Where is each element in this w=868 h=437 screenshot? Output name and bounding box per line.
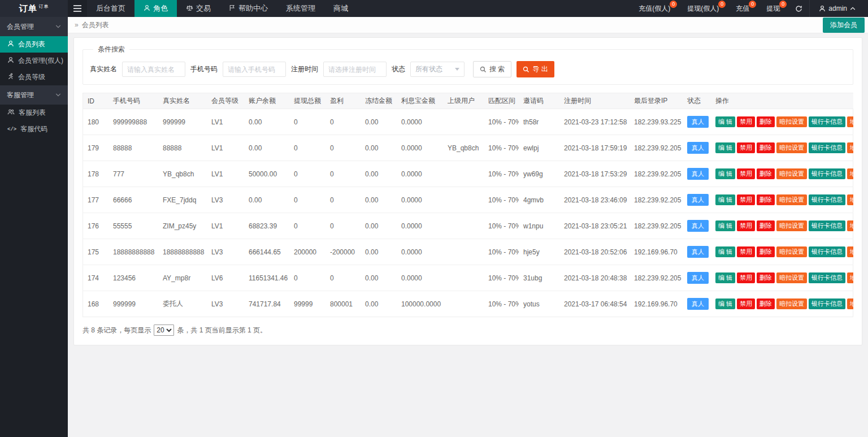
- op-address-info-button[interactable]: 地址信息: [847, 116, 853, 127]
- op-edit-button[interactable]: 编 辑: [715, 168, 735, 179]
- status-badge[interactable]: 真人: [687, 142, 709, 154]
- status-select[interactable]: 所有状态: [410, 62, 465, 77]
- op-address-info-button[interactable]: 地址信息: [847, 246, 853, 257]
- op-address-info-button[interactable]: 地址信息: [847, 168, 853, 179]
- op-address-info-button[interactable]: 地址信息: [847, 142, 853, 153]
- op-address-info-button[interactable]: 地址信息: [847, 298, 853, 309]
- nav-help-center[interactable]: 帮助中心: [220, 0, 277, 17]
- op-deduction-settings-button[interactable]: 暗扣设置: [776, 298, 807, 309]
- nav-withdraw-fake[interactable]: 提现(假人)0: [679, 0, 727, 17]
- op-bank-card-info-button[interactable]: 银行卡信息: [809, 168, 845, 179]
- op-delete-button[interactable]: 删除: [757, 168, 775, 179]
- status-badge[interactable]: 真人: [687, 298, 709, 310]
- op-delete-button[interactable]: 删除: [757, 246, 775, 257]
- status-badge[interactable]: 真人: [687, 246, 709, 258]
- op-bank-card-info-button[interactable]: 银行卡信息: [809, 246, 845, 257]
- search-button[interactable]: 搜 索: [473, 61, 511, 77]
- export-button[interactable]: 导 出: [517, 61, 554, 77]
- cell-lixibao: 0.0000: [397, 109, 443, 135]
- op-disable-button[interactable]: 禁用: [737, 168, 755, 179]
- nav-recharge[interactable]: 充值0: [727, 0, 758, 17]
- op-deduction-settings-button[interactable]: 暗扣设置: [776, 246, 807, 257]
- op-bank-card-info-button[interactable]: 银行卡信息: [809, 116, 845, 127]
- sidebar-item-service-code[interactable]: </>客服代码: [0, 121, 68, 137]
- op-delete-button[interactable]: 删除: [757, 220, 775, 231]
- nav-recharge-fake[interactable]: 充值(假人)0: [630, 0, 679, 17]
- op-bank-card-info-button[interactable]: 银行卡信息: [809, 194, 845, 205]
- op-deduction-settings-button[interactable]: 暗扣设置: [776, 194, 807, 205]
- op-deduction-settings-button[interactable]: 暗扣设置: [776, 220, 807, 231]
- cell-frozen: 0.00: [361, 291, 397, 317]
- cell-reg-time: 2021-03-18 20:48:38: [559, 265, 630, 291]
- regtime-input[interactable]: [323, 62, 387, 77]
- op-address-info-button[interactable]: 地址信息: [847, 220, 853, 231]
- op-address-info-button[interactable]: 地址信息: [847, 272, 853, 283]
- status-badge[interactable]: 真人: [687, 220, 709, 232]
- phone-input[interactable]: [223, 62, 286, 77]
- op-bank-card-info-button[interactable]: 银行卡信息: [809, 220, 845, 231]
- admin-menu[interactable]: admin: [809, 0, 863, 17]
- nav-roles[interactable]: 角色: [134, 0, 177, 17]
- op-deduction-settings-button[interactable]: 暗扣设置: [776, 116, 807, 127]
- op-disable-button[interactable]: 禁用: [737, 116, 755, 127]
- cell-status: 真人: [683, 265, 711, 291]
- op-edit-button[interactable]: 编 辑: [715, 298, 735, 309]
- status-badge[interactable]: 真人: [687, 194, 709, 206]
- nav-mall[interactable]: 商城: [324, 0, 357, 17]
- cell-profit: 0: [326, 161, 361, 187]
- op-bank-card-info-button[interactable]: 银行卡信息: [809, 142, 845, 153]
- op-edit-button[interactable]: 编 辑: [715, 116, 735, 127]
- cell-reg-time: 2021-03-18 23:46:09: [559, 187, 630, 213]
- column-header: 提现总额: [289, 93, 326, 109]
- op-disable-button[interactable]: 禁用: [737, 194, 755, 205]
- sidebar-item-member-management-fake[interactable]: 会员管理(假人): [0, 53, 68, 69]
- sidebar-item-member-level[interactable]: 会员等级: [0, 69, 68, 85]
- op-delete-button[interactable]: 删除: [757, 298, 775, 309]
- op-edit-button[interactable]: 编 辑: [715, 142, 735, 153]
- nav-dashboard[interactable]: 后台首页: [87, 0, 134, 17]
- group-member-management[interactable]: 会员管理: [0, 17, 68, 36]
- op-edit-button[interactable]: 编 辑: [715, 246, 735, 257]
- group-service-management[interactable]: 客服管理: [0, 85, 68, 105]
- menu-toggle-icon[interactable]: [68, 0, 87, 17]
- op-edit-button[interactable]: 编 辑: [715, 220, 735, 231]
- sidebar-item-member-list[interactable]: 会员列表: [0, 36, 68, 53]
- search-icon: [480, 66, 487, 73]
- person-icon: [144, 5, 150, 13]
- realname-input[interactable]: [122, 62, 185, 77]
- op-deduction-settings-button[interactable]: 暗扣设置: [776, 168, 807, 179]
- search-icon: [523, 66, 530, 73]
- op-bank-card-info-button[interactable]: 银行卡信息: [809, 298, 845, 309]
- table-row: 1751888888888818888888888LV3666144.65200…: [83, 239, 853, 265]
- op-disable-button[interactable]: 禁用: [737, 142, 755, 153]
- op-delete-button[interactable]: 删除: [757, 142, 775, 153]
- add-member-button[interactable]: 添加会员: [823, 18, 865, 33]
- op-edit-button[interactable]: 编 辑: [715, 194, 735, 205]
- op-deduction-settings-button[interactable]: 暗扣设置: [776, 272, 807, 283]
- nav-withdraw[interactable]: 提现0: [758, 0, 788, 17]
- op-bank-card-info-button[interactable]: 银行卡信息: [809, 272, 845, 283]
- op-delete-button[interactable]: 删除: [757, 194, 775, 205]
- cell-phone: 55555: [108, 213, 158, 239]
- op-edit-button[interactable]: 编 辑: [715, 272, 735, 283]
- op-disable-button[interactable]: 禁用: [737, 298, 755, 309]
- op-disable-button[interactable]: 禁用: [737, 272, 755, 283]
- op-disable-button[interactable]: 禁用: [737, 220, 755, 231]
- op-delete-button[interactable]: 删除: [757, 272, 775, 283]
- per-page-select[interactable]: 20: [154, 324, 174, 336]
- op-delete-button[interactable]: 删除: [757, 116, 775, 127]
- refresh-button[interactable]: [788, 0, 809, 17]
- sidebar-item-service-list[interactable]: 客服列表: [0, 105, 68, 121]
- column-header: 会员等级: [207, 93, 244, 109]
- status-badge[interactable]: 真人: [687, 272, 709, 284]
- nav-item-label: 角色: [153, 3, 168, 14]
- scales-icon: [186, 5, 193, 13]
- status-badge[interactable]: 真人: [687, 116, 709, 128]
- op-disable-button[interactable]: 禁用: [737, 246, 755, 257]
- op-address-info-button[interactable]: 地址信息: [847, 194, 853, 205]
- op-deduction-settings-button[interactable]: 暗扣设置: [776, 142, 807, 153]
- nav-system[interactable]: 系统管理: [277, 0, 324, 17]
- nav-trade[interactable]: 交易: [177, 0, 220, 17]
- status-badge[interactable]: 真人: [687, 168, 709, 180]
- admin-username: admin: [828, 5, 847, 12]
